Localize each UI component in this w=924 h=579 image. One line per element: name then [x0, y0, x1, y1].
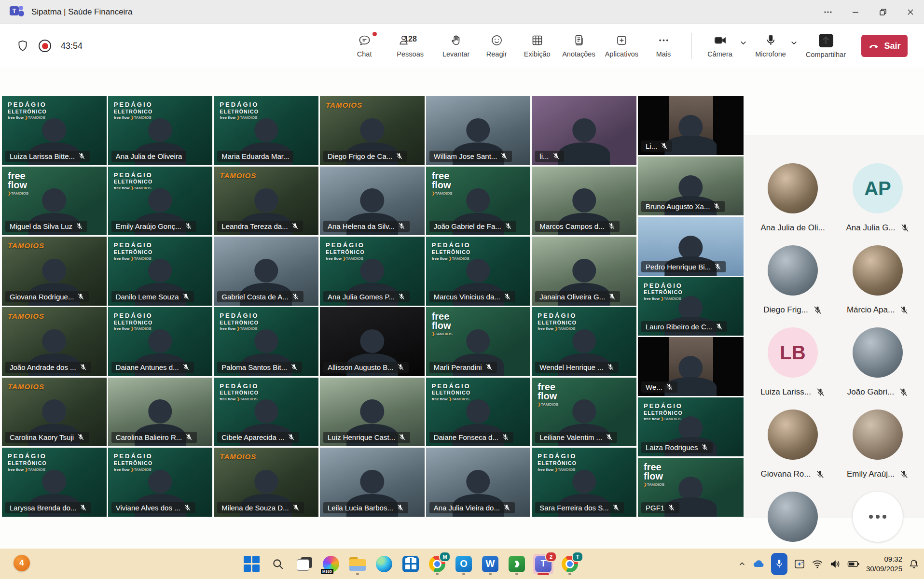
camera-dropdown-icon[interactable]	[739, 39, 747, 47]
sidebar-participant[interactable]: João Gabri...	[835, 327, 920, 397]
participant-tile[interactable]: PEDÁGIOELETRÔNICO free flow ❯TAMOIOS Ana…	[320, 237, 425, 306]
edge-icon[interactable]	[374, 554, 394, 574]
participant-tile[interactable]: PEDÁGIOELETRÔNICO free flow ❯TAMOIOS Mar…	[214, 96, 318, 165]
battery-icon[interactable]	[847, 560, 860, 568]
participant-tile[interactable]: Pedro Henrique Bi...	[638, 217, 744, 276]
camera-button[interactable]: Câmera	[700, 31, 740, 61]
mic-muted-icon	[182, 364, 190, 371]
mic-muted-icon	[612, 504, 620, 511]
sidebar-participant[interactable]: AP Ana Julia G...	[835, 163, 920, 233]
participant-tile[interactable]: PEDÁGIOELETRÔNICO free flow ❯TAMOIOS Sar…	[532, 448, 636, 517]
participant-tile[interactable]: PEDÁGIOELETRÔNICO free flow ❯TAMOIOS Pal…	[214, 307, 318, 376]
avatar	[853, 410, 903, 460]
participant-tile[interactable]: PEDÁGIOELETRÔNICO free flow ❯TAMOIOS Dai…	[108, 307, 213, 376]
notification-bell-icon[interactable]	[909, 559, 919, 569]
participant-tile[interactable]: freeflow ❯TAMOIOS Marli Perandini	[426, 307, 531, 376]
microsoft-store-icon[interactable]	[400, 554, 421, 574]
people-button[interactable]: 128 Pessoas	[385, 31, 436, 61]
participant-tile[interactable]: William Jose Sant...	[426, 96, 531, 165]
participant-tile[interactable]: freeflow ❯TAMOIOS João Gabriel de Fa...	[426, 167, 531, 236]
participant-tile[interactable]: PEDÁGIOELETRÔNICO free flow ❯TAMOIOS Dan…	[108, 237, 213, 306]
participant-tile[interactable]: Bruno Augusto Xa...	[638, 156, 744, 215]
leave-button[interactable]: Sair	[861, 35, 908, 57]
sidebar-participant[interactable]: Ana Julia de Oli...	[750, 163, 835, 233]
chat-button[interactable]: Chat	[344, 31, 385, 61]
wifi-icon[interactable]	[812, 559, 823, 569]
sidebar-participant[interactable]: Diego Frig...	[750, 245, 835, 315]
participant-tile[interactable]: PEDÁGIOELETRÔNICO free flow ❯TAMOIOS Emi…	[108, 167, 213, 236]
green-app-icon[interactable]	[507, 554, 527, 574]
participant-tile[interactable]: freeflow ❯TAMOIOS Leiliane Valentim ...	[532, 378, 636, 447]
participant-tile[interactable]: TAMOIOS Milena de Souza D...	[214, 448, 318, 517]
ellipsis-icon	[657, 34, 670, 47]
word-icon[interactable]: W	[480, 554, 500, 574]
participant-name-label: Ana Julia Vieira do...	[429, 502, 515, 513]
participant-tile[interactable]: Carolina Balieiro R...	[108, 378, 213, 447]
windows-start-icon[interactable]	[241, 554, 262, 574]
file-explorer-icon[interactable]	[347, 554, 368, 574]
participant-tile[interactable]: PEDÁGIOELETRÔNICO free flow ❯TAMOIOS Lau…	[638, 277, 744, 336]
chrome-badge: M	[439, 551, 451, 562]
sidebar-participant[interactable]: Márcio Apa...	[835, 245, 920, 315]
participant-tile[interactable]: PEDÁGIOELETRÔNICO free flow ❯TAMOIOS Dai…	[426, 378, 531, 447]
share-button[interactable]: Compartilhar	[801, 31, 851, 61]
participant-tile[interactable]: Ana Julia Vieira do...	[426, 448, 531, 517]
participant-tile[interactable]: PEDÁGIOELETRÔNICO free flow ❯TAMOIOS Cib…	[214, 378, 318, 447]
participant-tile[interactable]: Li...	[638, 96, 744, 155]
participant-tile[interactable]: Janaina Oliveira G...	[532, 237, 636, 306]
participant-tile[interactable]: PEDÁGIOELETRÔNICO free flow ❯TAMOIOS Lui…	[2, 96, 107, 165]
participant-tile[interactable]: Ana Helena da Silv...	[320, 167, 425, 236]
task-view-icon[interactable]	[294, 554, 315, 574]
sidebar-participant[interactable]: Emily Araúj...	[835, 410, 920, 479]
raise-hand-button[interactable]: Levantar	[436, 31, 476, 61]
m365-copilot-icon[interactable]: M365	[321, 554, 341, 574]
annotations-button[interactable]: Anotações	[557, 31, 600, 61]
participant-tile[interactable]: Allisson Augusto B...	[320, 307, 425, 376]
more-button[interactable]: Mais	[643, 31, 684, 61]
participant-tile[interactable]: freeflow ❯TAMOIOS PGF1	[638, 458, 744, 517]
taskbar-clock[interactable]: 09:32 30/09/2025	[866, 554, 902, 573]
virtual-background-brand: TAMOIOS	[326, 101, 362, 109]
outlook-icon[interactable]: O	[454, 554, 474, 574]
participant-tile[interactable]: TAMOIOS Diego Frigo de Ca...	[320, 96, 425, 165]
teams-icon[interactable]: T2	[533, 554, 553, 574]
onedrive-cloud-icon[interactable]	[752, 559, 765, 569]
participant-tile[interactable]: PEDÁGIOELETRÔNICO free flow ❯TAMOIOS Mar…	[426, 237, 531, 306]
participant-tile[interactable]: PEDÁGIOELETRÔNICO free flow ❯TAMOIOS Wen…	[532, 307, 636, 376]
studio-effects-icon[interactable]	[794, 558, 805, 570]
participant-tile[interactable]: PEDÁGIOELETRÔNICO free flow ❯TAMOIOS Lar…	[2, 448, 107, 517]
microphone-dropdown-icon[interactable]	[790, 39, 798, 47]
apps-button[interactable]: Aplicativos	[600, 31, 643, 61]
participant-tile[interactable]: Leila Lucia Barbos...	[320, 448, 425, 517]
sidebar-participant[interactable]: LB Luiza Lariss...	[750, 327, 835, 397]
volume-icon[interactable]	[829, 559, 841, 569]
participant-tile[interactable]: freeflow ❯TAMOIOS Miguel da Silva Luz	[2, 167, 107, 236]
participant-tile[interactable]: PEDÁGIOELETRÔNICO free flow ❯TAMOIOS Ana…	[108, 96, 213, 165]
participant-tile[interactable]: TAMOIOS Carolina Kaory Tsuji	[2, 378, 107, 447]
search-icon[interactable]	[268, 554, 288, 574]
restore-button[interactable]	[869, 0, 896, 24]
participant-tile[interactable]: li...	[532, 96, 636, 165]
participant-tile[interactable]: Gabriel Costa de A...	[214, 237, 318, 306]
participant-tile[interactable]: TAMOIOS Giovana Rodrigue...	[2, 237, 107, 306]
participant-tile[interactable]: Luiz Henrique Cast...	[320, 378, 425, 447]
participant-tile[interactable]: PEDÁGIOELETRÔNICO free flow ❯TAMOIOS Lai…	[638, 397, 744, 456]
sidebar-participant[interactable]: Giovana Ro...	[750, 410, 835, 479]
mic-active-icon[interactable]	[771, 553, 787, 575]
minimize-button[interactable]	[841, 0, 869, 24]
participant-tile[interactable]: TAMOIOS João Andrade dos ...	[2, 307, 107, 376]
participant-tile[interactable]: TAMOIOS Leandra Tereza da...	[214, 167, 318, 236]
view-button[interactable]: Exibição	[517, 31, 557, 61]
participant-tile[interactable]: PEDÁGIOELETRÔNICO free flow ❯TAMOIOS Viv…	[108, 448, 213, 517]
close-button[interactable]	[896, 0, 924, 24]
participant-tile[interactable]: Marcos Campos d...	[532, 167, 636, 236]
react-button[interactable]: Reagir	[476, 31, 517, 61]
sidebar-participant-name: João Gabri...	[847, 387, 894, 397]
titlebar-more-icon[interactable]	[814, 0, 841, 24]
participant-tile[interactable]: We...	[638, 337, 744, 396]
chevron-up-icon[interactable]	[738, 560, 746, 568]
widgets-badge[interactable]: 4	[14, 555, 30, 571]
chrome-icon[interactable]: T	[560, 554, 580, 574]
chrome-icon[interactable]: M	[427, 554, 447, 574]
microphone-button[interactable]: Microfone	[750, 31, 791, 61]
